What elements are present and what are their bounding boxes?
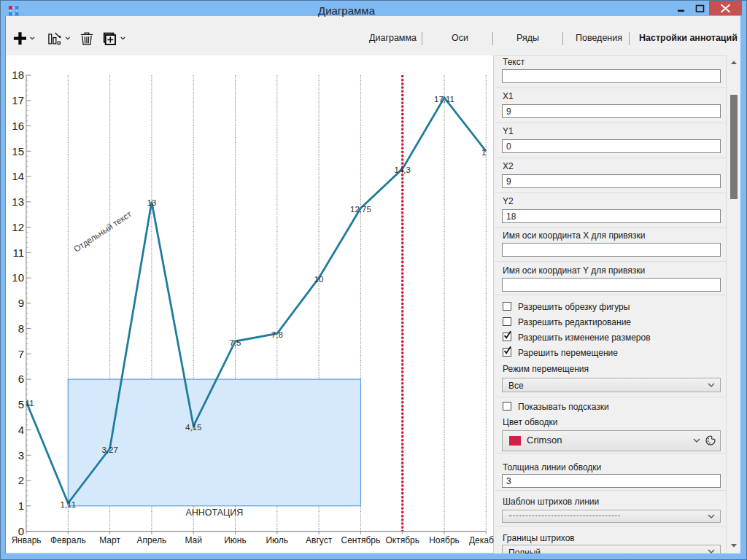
svg-text:Отдельный текст: Отдельный текст <box>72 209 133 254</box>
svg-text:1: 1 <box>18 499 24 512</box>
svg-text:10: 10 <box>314 275 324 284</box>
svg-text:Май: Май <box>185 535 202 545</box>
svg-text:15: 15 <box>481 148 491 157</box>
svg-text:Июнь: Июнь <box>224 535 247 545</box>
svg-text:Октябрь: Октябрь <box>385 535 419 545</box>
svg-text:11: 11 <box>12 246 24 259</box>
svg-text:Декабрь: Декабрь <box>469 535 494 545</box>
svg-text:Февраль: Февраль <box>50 535 86 545</box>
svg-text:7,5: 7,5 <box>230 338 241 347</box>
svg-text:7: 7 <box>18 348 24 360</box>
svg-text:Сентябрь: Сентябрь <box>341 535 381 545</box>
svg-text:14,3: 14,3 <box>395 166 411 174</box>
svg-text:Август: Август <box>306 535 333 545</box>
svg-text:1,11: 1,11 <box>61 500 77 509</box>
svg-text:14: 14 <box>12 170 24 182</box>
svg-text:6: 6 <box>18 373 24 385</box>
svg-text:Июль: Июль <box>266 535 288 545</box>
svg-text:8: 8 <box>18 322 24 335</box>
svg-text:12: 12 <box>12 221 24 233</box>
svg-text:2: 2 <box>18 474 24 486</box>
svg-text:Апрель: Апрель <box>137 535 167 545</box>
svg-text:Ноябрь: Ноябрь <box>429 535 460 545</box>
svg-text:4: 4 <box>18 424 24 436</box>
svg-text:17: 17 <box>12 94 24 106</box>
svg-text:13: 13 <box>147 198 157 207</box>
svg-text:13: 13 <box>12 195 24 208</box>
svg-text:5: 5 <box>18 398 24 411</box>
svg-text:3: 3 <box>18 449 24 462</box>
svg-text:Январь: Январь <box>11 535 41 545</box>
svg-text:12,75: 12,75 <box>350 205 371 214</box>
svg-text:18: 18 <box>12 69 24 81</box>
svg-text:АННОТАЦИЯ: АННОТАЦИЯ <box>185 508 243 518</box>
svg-text:4,15: 4,15 <box>185 423 201 432</box>
svg-text:9: 9 <box>18 297 24 309</box>
svg-text:3,27: 3,27 <box>101 446 117 454</box>
svg-text:17,11: 17,11 <box>434 95 454 104</box>
svg-text:16: 16 <box>12 120 24 132</box>
svg-text:15: 15 <box>12 145 24 158</box>
svg-text:7,8: 7,8 <box>271 330 283 339</box>
svg-text:Март: Март <box>99 535 120 545</box>
svg-text:10: 10 <box>12 271 24 284</box>
